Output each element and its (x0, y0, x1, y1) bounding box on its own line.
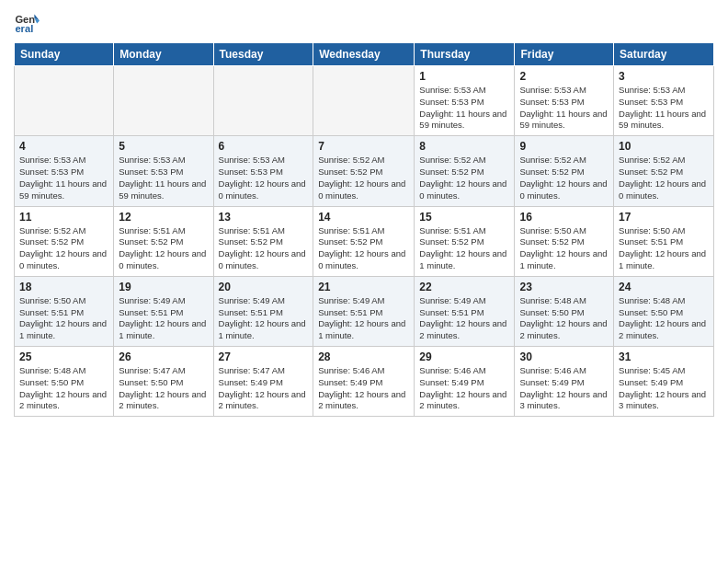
day-number: 16 (519, 211, 609, 224)
day-info: Sunrise: 5:52 AM Sunset: 5:52 PM Dayligh… (419, 155, 509, 201)
weekday-header-sunday: Sunday (15, 43, 114, 66)
day-info: Sunrise: 5:49 AM Sunset: 5:51 PM Dayligh… (219, 295, 309, 342)
day-number: 12 (119, 211, 208, 224)
calendar-cell: 21Sunrise: 5:49 AM Sunset: 5:51 PM Dayli… (313, 276, 415, 346)
day-number: 14 (318, 211, 409, 224)
day-info: Sunrise: 5:53 AM Sunset: 5:53 PM Dayligh… (19, 155, 108, 201)
day-number: 3 (619, 70, 709, 83)
day-number: 2 (519, 70, 609, 83)
weekday-header-row: SundayMondayTuesdayWednesdayThursdayFrid… (15, 43, 714, 66)
day-number: 6 (219, 140, 309, 153)
calendar-cell: 27Sunrise: 5:47 AM Sunset: 5:49 PM Dayli… (213, 347, 313, 417)
day-number: 17 (619, 211, 709, 224)
calendar-cell: 17Sunrise: 5:50 AM Sunset: 5:51 PM Dayli… (614, 206, 714, 276)
calendar-cell: 7Sunrise: 5:52 AM Sunset: 5:52 PM Daylig… (313, 136, 415, 206)
day-number: 30 (519, 350, 609, 363)
day-info: Sunrise: 5:47 AM Sunset: 5:49 PM Dayligh… (219, 365, 309, 412)
calendar-cell: 23Sunrise: 5:48 AM Sunset: 5:50 PM Dayli… (515, 276, 614, 346)
day-number: 7 (318, 140, 409, 153)
day-number: 19 (119, 281, 208, 293)
calendar-cell: 12Sunrise: 5:51 AM Sunset: 5:52 PM Dayli… (114, 206, 213, 276)
day-number: 31 (619, 350, 709, 363)
day-info: Sunrise: 5:49 AM Sunset: 5:51 PM Dayligh… (419, 295, 509, 342)
day-info: Sunrise: 5:46 AM Sunset: 5:49 PM Dayligh… (519, 365, 609, 412)
day-number: 13 (219, 211, 309, 224)
calendar-cell: 1Sunrise: 5:53 AM Sunset: 5:53 PM Daylig… (415, 66, 515, 136)
calendar-cell (15, 66, 114, 136)
calendar-cell: 2Sunrise: 5:53 AM Sunset: 5:53 PM Daylig… (515, 66, 614, 136)
calendar-week-row: 25Sunrise: 5:48 AM Sunset: 5:50 PM Dayli… (15, 347, 714, 417)
calendar-cell: 11Sunrise: 5:52 AM Sunset: 5:52 PM Dayli… (15, 206, 114, 276)
calendar-week-row: 1Sunrise: 5:53 AM Sunset: 5:53 PM Daylig… (15, 66, 714, 136)
day-number: 29 (419, 350, 509, 363)
day-info: Sunrise: 5:51 AM Sunset: 5:52 PM Dayligh… (318, 225, 409, 272)
day-info: Sunrise: 5:52 AM Sunset: 5:52 PM Dayligh… (318, 155, 409, 201)
day-number: 26 (119, 350, 208, 363)
calendar-cell: 31Sunrise: 5:45 AM Sunset: 5:49 PM Dayli… (614, 347, 714, 417)
calendar-cell: 22Sunrise: 5:49 AM Sunset: 5:51 PM Dayli… (415, 276, 515, 346)
calendar-cell: 25Sunrise: 5:48 AM Sunset: 5:50 PM Dayli… (15, 347, 114, 417)
weekday-header-friday: Friday (515, 43, 614, 66)
calendar-table: SundayMondayTuesdayWednesdayThursdayFrid… (14, 42, 714, 417)
day-number: 28 (318, 350, 409, 363)
day-info: Sunrise: 5:51 AM Sunset: 5:52 PM Dayligh… (219, 225, 309, 272)
day-number: 27 (219, 350, 309, 363)
calendar-cell: 5Sunrise: 5:53 AM Sunset: 5:53 PM Daylig… (114, 136, 213, 206)
day-info: Sunrise: 5:46 AM Sunset: 5:49 PM Dayligh… (318, 365, 409, 412)
day-info: Sunrise: 5:49 AM Sunset: 5:51 PM Dayligh… (318, 295, 409, 342)
svg-text:eral: eral (15, 23, 33, 34)
day-number: 10 (619, 140, 709, 153)
calendar-week-row: 11Sunrise: 5:52 AM Sunset: 5:52 PM Dayli… (15, 206, 714, 276)
day-number: 18 (19, 281, 108, 293)
day-number: 23 (519, 281, 609, 293)
day-number: 9 (519, 140, 609, 153)
day-number: 21 (318, 281, 409, 293)
calendar-cell: 18Sunrise: 5:50 AM Sunset: 5:51 PM Dayli… (15, 276, 114, 346)
day-info: Sunrise: 5:49 AM Sunset: 5:51 PM Dayligh… (119, 295, 208, 342)
calendar-week-row: 4Sunrise: 5:53 AM Sunset: 5:53 PM Daylig… (15, 136, 714, 206)
day-info: Sunrise: 5:52 AM Sunset: 5:52 PM Dayligh… (19, 225, 108, 272)
day-number: 11 (19, 211, 108, 224)
day-info: Sunrise: 5:53 AM Sunset: 5:53 PM Dayligh… (419, 85, 509, 132)
day-info: Sunrise: 5:50 AM Sunset: 5:51 PM Dayligh… (19, 295, 108, 342)
calendar-cell: 26Sunrise: 5:47 AM Sunset: 5:50 PM Dayli… (114, 347, 213, 417)
weekday-header-thursday: Thursday (415, 43, 515, 66)
day-number: 25 (19, 350, 108, 363)
calendar-cell (114, 66, 213, 136)
day-info: Sunrise: 5:48 AM Sunset: 5:50 PM Dayligh… (619, 295, 709, 342)
calendar-cell: 6Sunrise: 5:53 AM Sunset: 5:53 PM Daylig… (213, 136, 313, 206)
day-number: 4 (19, 140, 108, 153)
weekday-header-tuesday: Tuesday (213, 43, 313, 66)
weekday-header-monday: Monday (114, 43, 213, 66)
calendar-cell: 14Sunrise: 5:51 AM Sunset: 5:52 PM Dayli… (313, 206, 415, 276)
logo: Gen eral (14, 9, 43, 35)
logo-icon: Gen eral (14, 9, 40, 35)
day-number: 20 (219, 281, 309, 293)
calendar-cell: 15Sunrise: 5:51 AM Sunset: 5:52 PM Dayli… (415, 206, 515, 276)
day-info: Sunrise: 5:53 AM Sunset: 5:53 PM Dayligh… (119, 155, 208, 201)
day-info: Sunrise: 5:48 AM Sunset: 5:50 PM Dayligh… (19, 365, 108, 412)
day-number: 15 (419, 211, 509, 224)
day-info: Sunrise: 5:51 AM Sunset: 5:52 PM Dayligh… (419, 225, 509, 272)
day-number: 24 (619, 281, 709, 293)
day-info: Sunrise: 5:51 AM Sunset: 5:52 PM Dayligh… (119, 225, 208, 272)
calendar-cell: 8Sunrise: 5:52 AM Sunset: 5:52 PM Daylig… (415, 136, 515, 206)
calendar-cell: 24Sunrise: 5:48 AM Sunset: 5:50 PM Dayli… (614, 276, 714, 346)
calendar-cell: 20Sunrise: 5:49 AM Sunset: 5:51 PM Dayli… (213, 276, 313, 346)
page-header: Gen eral (14, 9, 714, 35)
calendar-cell: 28Sunrise: 5:46 AM Sunset: 5:49 PM Dayli… (313, 347, 415, 417)
day-info: Sunrise: 5:50 AM Sunset: 5:51 PM Dayligh… (619, 225, 709, 272)
day-info: Sunrise: 5:45 AM Sunset: 5:49 PM Dayligh… (619, 365, 709, 412)
calendar-cell: 30Sunrise: 5:46 AM Sunset: 5:49 PM Dayli… (515, 347, 614, 417)
day-info: Sunrise: 5:53 AM Sunset: 5:53 PM Dayligh… (619, 85, 709, 132)
day-info: Sunrise: 5:53 AM Sunset: 5:53 PM Dayligh… (519, 85, 609, 132)
day-number: 22 (419, 281, 509, 293)
day-info: Sunrise: 5:46 AM Sunset: 5:49 PM Dayligh… (419, 365, 509, 412)
day-info: Sunrise: 5:52 AM Sunset: 5:52 PM Dayligh… (519, 155, 609, 201)
calendar-cell (313, 66, 415, 136)
calendar-cell: 13Sunrise: 5:51 AM Sunset: 5:52 PM Dayli… (213, 206, 313, 276)
calendar-cell: 19Sunrise: 5:49 AM Sunset: 5:51 PM Dayli… (114, 276, 213, 346)
calendar-cell (213, 66, 313, 136)
calendar-cell: 16Sunrise: 5:50 AM Sunset: 5:52 PM Dayli… (515, 206, 614, 276)
day-number: 5 (119, 140, 208, 153)
